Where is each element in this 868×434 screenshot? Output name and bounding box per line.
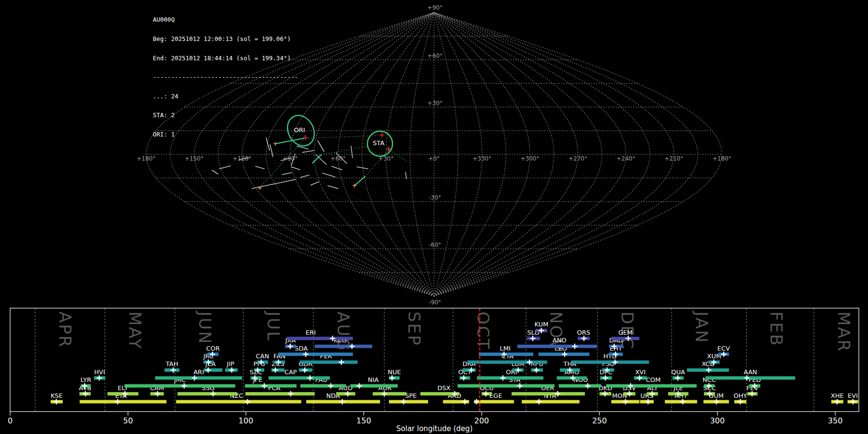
shower-label-SPE: SPE (405, 392, 417, 399)
x-tick-label: 50 (123, 416, 133, 425)
observation-header: AU000Q Beg: 20251012 12:00:13 (sol = 199… (153, 4, 298, 150)
shower-activity-TAH: TAH (164, 360, 179, 373)
shower-activity-ECV: ECV (718, 345, 730, 357)
longitude-label: +90° (283, 155, 298, 162)
shower-bar-NTA (522, 400, 580, 404)
shower-bar-AAN (705, 376, 795, 380)
longitude-label: +330° (473, 155, 491, 162)
latitude-label: +30° (427, 100, 442, 107)
shower-activity-ORS: ORS (577, 329, 590, 341)
shower-activity-EGE: EGE (474, 392, 514, 405)
shower-label-ECV: ECV (718, 345, 730, 352)
shower-label-CAN: CAN (256, 353, 270, 360)
shower-label-JIP: JIP (226, 360, 234, 367)
x-tick-label: 300 (710, 416, 725, 425)
sporadic-meteor (323, 173, 335, 177)
shower-bar-JMC (124, 384, 235, 388)
shower-bar-ARI (155, 376, 242, 380)
sporadic-meteor (351, 146, 353, 158)
radiant-fit-cross-STA (380, 133, 384, 137)
shower-label-XHE: XHE (831, 392, 844, 399)
shower-bar-NOO (559, 384, 601, 388)
sporadic-meteor (212, 170, 218, 174)
latitude-label: -30° (429, 194, 441, 201)
shower-label-ARI: ARI (193, 368, 204, 376)
shower-label-NIA: NIA (368, 376, 379, 383)
shower-bar-ORI (477, 376, 543, 380)
obs-begin: Beg: 20251012 12:00:13 (sol = 199.06°) (153, 36, 298, 42)
shower-bar-ETA (80, 400, 166, 404)
shower-bar-SSG (177, 392, 237, 395)
month-label-JAN: JAN (692, 311, 711, 344)
shower-bar-STA (458, 384, 555, 388)
shower-activity-XVI: XVI (634, 368, 647, 381)
month-label-FEB: FEB (767, 312, 786, 347)
shower-meteor-trail (365, 149, 389, 176)
shower-activity-DSX: DSX (420, 384, 460, 397)
shower-label-QUA: QUA (671, 368, 685, 376)
x-tick-label: 200 (475, 416, 489, 425)
shower-label-AAN: AAN (744, 368, 757, 376)
shower-activity-LYR: LYR (81, 376, 92, 389)
x-axis-title: Solar longitude (deg) (396, 424, 473, 433)
sporadic-meteor (256, 166, 264, 169)
longitude-label: +210° (665, 155, 683, 162)
shower-label-NUE: NUE (388, 368, 401, 376)
x-tick-label: 150 (356, 416, 371, 425)
shower-label-ERI: ERI (306, 329, 316, 336)
shower-activity-KSE: KSE (51, 392, 63, 405)
shower-label-CAP: CAP (285, 368, 297, 376)
separator-line: ---------------------------------------- (153, 74, 298, 80)
latitude-label: +60° (427, 53, 442, 59)
sporadic-meteor (332, 166, 342, 170)
sporadic-meteor (291, 167, 300, 170)
count-sporadic: ...: 24 (153, 93, 298, 99)
sporadic-meteor (406, 172, 407, 179)
longitude-label: +150° (185, 155, 203, 162)
shower-label-EVI: EVI (848, 392, 858, 399)
longitude-label: +270° (569, 155, 587, 162)
shower-label-DSX: DSX (437, 384, 450, 392)
month-label-OCT: OCT (474, 312, 493, 350)
shower-bar-SDA (278, 353, 353, 356)
month-label-MAY: MAY (125, 312, 145, 350)
shower-bar-ERI (287, 337, 353, 340)
longitude-label: +0° (428, 155, 440, 162)
sporadic-trail (338, 177, 415, 208)
shower-bar-AND (517, 345, 597, 348)
longitude-label: +240° (617, 155, 636, 162)
month-label-MAR: MAR (834, 312, 854, 353)
shower-activity-HVI: HVI (94, 368, 105, 381)
x-tick-label: 350 (828, 416, 843, 425)
sporadic-meteor (252, 179, 296, 189)
month-label-SEP: SEP (405, 312, 424, 347)
shower-label-AND: AND (553, 337, 567, 344)
sporadic-meteor (282, 173, 292, 175)
shower-label-SDA: SDA (295, 345, 308, 352)
sporadic-meteor (311, 182, 319, 185)
shower-bar-HYD (571, 361, 649, 364)
shower-bar-CAP (269, 376, 330, 380)
activity-timeline: APRMAYJUNJULAUGSEPOCTNOVDECJANFEBMARKSEE… (8, 308, 859, 433)
month-label-JUN: JUN (195, 311, 215, 345)
shower-activity-NUE: NUE (388, 368, 401, 381)
x-tick-label: 100 (239, 416, 254, 425)
shower-label-COR: COR (206, 345, 220, 352)
sporadic-meteor (302, 150, 314, 152)
latitude-label: -90° (429, 299, 441, 306)
latitude-label: -60° (429, 242, 441, 248)
obs-end: End: 20251012 18:44:14 (sol = 199.34°) (153, 55, 298, 61)
shower-bar-COM (606, 384, 697, 388)
shower-activity-JIP: JIP (225, 360, 238, 373)
shower-bar-SPE (389, 400, 428, 404)
x-tick-label: 0 (8, 416, 13, 425)
radiant-fit-cross-ORI (303, 135, 308, 140)
shower-bar-JPE (245, 384, 297, 388)
shower-label-TAH: TAH (165, 360, 178, 367)
radiant-label-STA: STA (373, 139, 384, 147)
longitude-label: +60° (330, 155, 345, 162)
shower-bar-PER (300, 361, 358, 364)
sporadic-meteor (318, 141, 324, 151)
sporadic-meteor (316, 155, 326, 164)
shower-meteor-trail (321, 146, 368, 155)
